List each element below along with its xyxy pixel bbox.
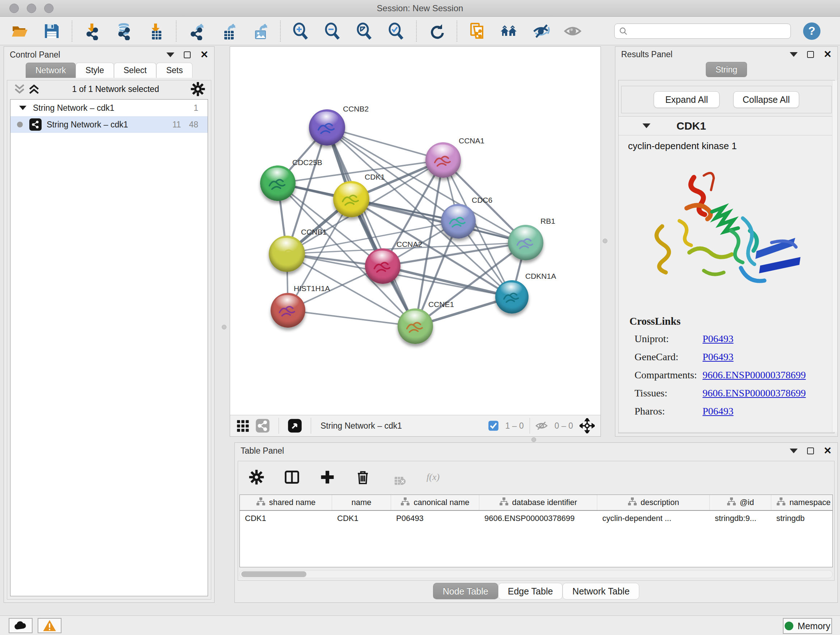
column-header-namespace[interactable]: namespace [771,495,833,510]
column-header-description[interactable]: description [597,495,710,510]
control-panel-menu-icon[interactable] [166,52,174,57]
tab-network-table[interactable]: Network Table [562,583,639,600]
left-splitter-handle[interactable] [222,325,226,329]
show-columns-button[interactable] [282,467,302,487]
network-canvas[interactable]: CCNB2CCNA1CDC25BCDK1CDC6RB1CCNB1CCNA2CDK… [230,47,600,415]
network-node-CDC6[interactable] [441,204,476,239]
column-header--id[interactable]: @id [710,495,771,510]
tab-network[interactable]: Network [26,63,76,78]
network-node-HIST1H1A[interactable] [271,293,305,328]
table-cell[interactable]: stringdb [771,511,833,526]
right-splitter-handle[interactable] [603,239,607,243]
network-options-gear-icon[interactable] [190,81,206,97]
tab-select[interactable]: Select [114,63,156,78]
hide-selected-button[interactable] [531,21,551,41]
table-settings-button[interactable] [247,467,266,487]
grid-view-icon[interactable] [237,419,249,432]
gene-entry-header[interactable]: CDK1 [619,117,834,135]
network-node-CCNE1[interactable] [398,309,433,344]
column-header-name[interactable]: name [332,495,391,510]
save-session-button[interactable] [42,21,62,41]
network-node-CDC25B[interactable] [260,165,295,201]
table-panel-close-icon[interactable]: ✕ [823,446,832,456]
network-edge[interactable] [327,127,415,326]
export-network-button[interactable] [187,21,206,41]
network-share-view-icon[interactable] [256,418,270,433]
crosslink-link[interactable]: 9606.ENSP00000378699 [703,387,806,399]
network-node-CCNA1[interactable] [425,142,461,178]
table-panel-float-icon[interactable] [807,448,814,454]
gene-entry-caret-icon[interactable] [643,124,651,128]
network-node-CDKN1A[interactable] [495,280,529,314]
table-cell[interactable]: P06493 [391,511,479,526]
network-node-CCNB2[interactable] [309,109,345,146]
table-horizontal-scrollbar[interactable] [240,570,833,578]
column-header-database-identifier[interactable]: database identifier [479,495,597,510]
results-panel-scrollbar[interactable] [832,81,837,432]
table-scrollbar-thumb[interactable] [241,571,306,577]
open-session-button[interactable] [10,21,30,41]
selected-checkbox-icon[interactable] [488,420,499,431]
crosslink-link[interactable]: P06493 [703,351,734,363]
export-image-button[interactable] [250,21,270,41]
tab-sets[interactable]: Sets [156,63,193,78]
apply-layout-button[interactable] [427,21,447,41]
tab-edge-table[interactable]: Edge Table [498,583,563,600]
zoom-fit-button[interactable] [355,21,374,41]
expand-all-networks-icon[interactable] [27,82,41,96]
results-panel-float-icon[interactable] [807,51,814,58]
table-cell[interactable]: stringdb:9... [710,511,771,526]
tab-string[interactable]: String [706,62,747,77]
network-edge[interactable] [288,310,415,326]
create-column-button[interactable] [317,467,337,487]
network-node-label: CDC25B [292,158,322,167]
warning-status-button[interactable] [38,618,62,633]
zoom-out-button[interactable] [323,21,342,41]
control-panel-close-icon[interactable]: ✕ [200,50,208,60]
delete-column-button[interactable] [353,467,373,487]
tab-node-table[interactable]: Node Table [433,583,498,600]
results-panel-close-icon[interactable]: ✕ [823,50,832,59]
collapse-all-button[interactable]: Collapse All [733,91,799,108]
control-panel-float-icon[interactable] [184,51,191,58]
network-row[interactable]: String Network – cdk1 11 48 [11,116,208,133]
export-table-button[interactable] [218,21,238,41]
help-button[interactable]: ? [803,22,821,40]
tab-style[interactable]: Style [76,63,114,78]
network-collection-row[interactable]: String Network – cdk1 1 [11,100,208,116]
pan-crosshair-icon[interactable] [579,418,595,433]
column-header-canonical-name[interactable]: canonical name [391,495,479,510]
clone-network-button[interactable] [467,21,487,41]
zoom-in-button[interactable] [291,21,310,41]
network-node-CDK1[interactable] [333,181,369,217]
import-network-file-button[interactable] [82,21,102,41]
table-cell[interactable]: cyclin-dependent ... [597,511,710,526]
collection-caret-icon[interactable] [19,106,27,110]
table-cell[interactable]: CDK1 [240,511,332,526]
first-neighbors-button[interactable] [499,21,519,41]
collapse-all-networks-icon[interactable] [12,82,27,96]
table-cell[interactable]: CDK1 [332,511,391,526]
results-panel-menu-icon[interactable] [790,52,798,57]
cloud-status-button[interactable] [9,618,33,633]
import-network-database-button[interactable] [114,21,134,41]
import-table-file-button[interactable] [146,21,166,41]
network-node-CCNB1[interactable] [269,236,305,272]
column-header-shared-name[interactable]: shared name [240,495,332,510]
bottom-splitter-handle[interactable] [531,437,536,442]
zoom-selected-button[interactable] [386,21,406,41]
table-panel-menu-icon[interactable] [790,448,798,453]
birds-eye-view-icon[interactable] [287,418,302,433]
search-box[interactable] [614,24,791,39]
crosslink-link[interactable]: P06493 [703,333,734,345]
network-node-RB1[interactable] [508,225,543,260]
show-all-button[interactable] [563,21,583,41]
table-cell[interactable]: 9606.ENSP00000378699 [479,511,597,526]
crosslink-link[interactable]: P06493 [703,405,734,417]
expand-all-button[interactable]: Expand All [654,91,720,108]
crosslink-link[interactable]: 9606.ENSP00000378699 [703,369,806,381]
table-row[interactable]: CDK1CDK1P064939606.ENSP00000378699cyclin… [240,511,832,526]
search-input[interactable] [631,27,786,36]
network-node-CCNA2[interactable] [365,249,401,284]
memory-button[interactable]: Memory [783,618,832,634]
